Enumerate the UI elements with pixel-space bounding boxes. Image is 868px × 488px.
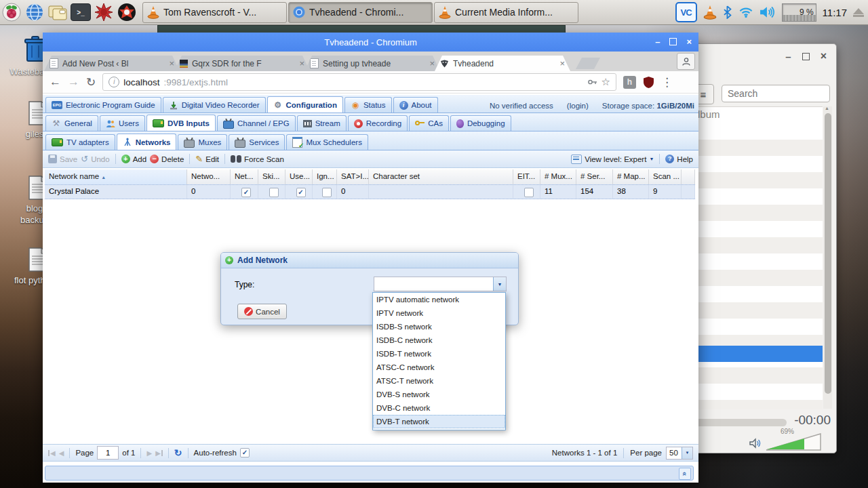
column-header[interactable]: Use... [285, 169, 313, 184]
menu-button[interactable] [1, 2, 22, 22]
delete-button[interactable]: − Delete [150, 155, 184, 163]
profile-button[interactable] [677, 53, 695, 70]
minimize-icon[interactable]: – [655, 37, 660, 47]
new-tab-button[interactable] [576, 58, 600, 69]
column-header[interactable]: Ign... [313, 169, 337, 184]
tab-channel-epg[interactable]: Channel / EPG [217, 115, 296, 131]
tab-tv-adapters[interactable]: TV adapters [45, 134, 115, 150]
per-page-select[interactable]: 50 ▼ [666, 447, 693, 460]
checkbox-checked[interactable]: ✓ [296, 188, 306, 197]
force-scan-button[interactable]: Force Scan [231, 155, 284, 163]
view-level-button[interactable]: View level: Expert ▼ [571, 155, 654, 164]
terminal-launcher[interactable]: >_ [71, 2, 91, 22]
tab-close-icon[interactable]: × [169, 58, 174, 68]
close-icon[interactable]: × [821, 50, 827, 62]
column-header[interactable]: Character set [369, 169, 513, 184]
column-header[interactable]: Net... [231, 169, 258, 184]
dropdown-item-iptv[interactable]: IPTV network [373, 306, 505, 320]
add-button[interactable]: + Add [121, 155, 146, 163]
dialog-header[interactable]: + Add Network [221, 253, 518, 268]
tab-configuration[interactable]: ⚙ Configuration [267, 96, 343, 113]
column-header[interactable]: Ski... [258, 169, 285, 184]
forward-button[interactable]: → [68, 75, 79, 89]
taskbar-window-vlc-2[interactable]: Current Media Inform... [434, 2, 578, 23]
tab-users[interactable]: Users [100, 115, 145, 131]
next-page-button[interactable]: ▶ [146, 449, 152, 457]
vlc-volume-slider[interactable] [766, 433, 821, 451]
combo-trigger-button[interactable]: ▼ [493, 277, 506, 291]
taskbar-window-chromium[interactable]: Tvheadend - Chromi... [288, 2, 433, 23]
browser-tab-gqrx[interactable]: Gqrx SDR for the F × [174, 56, 310, 71]
dropdown-item-isdb-c[interactable]: ISDB-C network [373, 333, 505, 347]
page-number-input[interactable] [97, 446, 119, 460]
bluetooth-icon[interactable] [723, 5, 732, 19]
expand-panel-button[interactable]: « [679, 468, 691, 480]
dropdown-item-dvb-t[interactable]: DVB-T network [373, 415, 505, 428]
vlc-progress-bar[interactable] [693, 419, 787, 426]
dropdown-item-iptv-automatic[interactable]: IPTV automatic network [373, 293, 505, 306]
browser-menu-icon[interactable]: ⋮ [661, 75, 673, 89]
checkbox-unchecked[interactable] [322, 188, 332, 197]
cancel-button[interactable]: Cancel [237, 304, 287, 319]
dropdown-item-atsc-t[interactable]: ATSC-T network [373, 374, 505, 388]
taskbar-window-vlc-1[interactable]: Tom Ravenscroft - V... [142, 2, 287, 23]
vlc-selected-row[interactable] [691, 346, 823, 362]
last-page-button[interactable]: ▶ [155, 449, 163, 457]
tab-close-icon[interactable]: × [299, 58, 304, 68]
per-page-trigger[interactable]: ▼ [682, 447, 692, 459]
column-header-network-name[interactable]: Network name ▲ [45, 169, 187, 184]
tab-debugging[interactable]: Debugging [450, 115, 511, 131]
dropdown-item-dvb-c[interactable]: DVB-C network [373, 401, 505, 415]
undo-button[interactable]: ↺ Undo [81, 154, 109, 164]
column-header[interactable]: Scan ... [649, 169, 682, 184]
tab-muxes[interactable]: Muxes [178, 134, 227, 150]
column-header[interactable]: # Map... [613, 169, 649, 184]
scrollbar-thumb[interactable] [825, 113, 831, 394]
tab-electronic-program-guide[interactable]: EPG Electronic Program Guide [45, 97, 161, 113]
tab-dvb-inputs[interactable]: DVB Inputs [146, 115, 216, 131]
eject-icon[interactable] [853, 8, 864, 17]
column-header[interactable]: Netwo... [187, 169, 231, 184]
page-info-icon[interactable]: i [108, 77, 119, 87]
close-icon[interactable]: × [686, 37, 692, 47]
checkbox-checked[interactable]: ✓ [241, 188, 251, 197]
dropdown-item-isdb-t[interactable]: ISDB-T network [373, 347, 505, 361]
web-browser-launcher[interactable] [24, 2, 45, 22]
vlc-tray-icon[interactable] [703, 5, 717, 20]
mathematica-launcher[interactable] [94, 2, 114, 22]
tab-recording[interactable]: Recording [348, 115, 408, 131]
vlc-search-input[interactable] [722, 85, 830, 102]
wolfram-launcher[interactable] [117, 2, 137, 22]
tab-cas[interactable]: CAs [409, 115, 449, 131]
tab-status[interactable]: ◉ Status [344, 97, 392, 113]
vlc-scrollbar[interactable]: ▲ [823, 106, 832, 409]
cpu-monitor[interactable]: 9 % [782, 3, 816, 22]
edit-button[interactable]: ✎ Edit [195, 154, 219, 164]
ublock-shield-icon[interactable] [643, 76, 654, 89]
minimize-icon[interactable]: – [785, 51, 791, 62]
vlc-media-list[interactable]: Album [691, 106, 823, 409]
tab-mux-schedulers[interactable]: ✓ Mux Schedulers [286, 134, 368, 150]
reload-button[interactable]: ↻ [86, 75, 96, 89]
checkbox-unchecked[interactable] [269, 188, 279, 197]
extension-h-icon[interactable]: h [623, 76, 636, 89]
tab-general[interactable]: ⚒ General [45, 115, 98, 131]
login-link[interactable]: (login) [567, 102, 589, 110]
tab-stream[interactable]: Stream [297, 115, 347, 131]
browser-tab-setting-up[interactable]: Setting up tvheade × [304, 56, 440, 71]
tab-networks[interactable]: Networks [117, 134, 177, 150]
tab-close-icon[interactable]: × [559, 58, 565, 68]
back-button[interactable]: ← [50, 75, 61, 89]
scroll-up-icon[interactable]: ▲ [825, 106, 829, 110]
tab-services[interactable]: Services [229, 134, 285, 150]
browser-tab-add-new-post[interactable]: Add New Post ‹ Bl × [44, 56, 180, 71]
auto-refresh-checkbox[interactable]: ✓ [240, 448, 250, 458]
dropdown-item-atsc-c[interactable]: ATSC-C network [373, 361, 505, 374]
prev-page-button[interactable]: ◀ [59, 449, 64, 457]
save-button[interactable]: Save [48, 155, 77, 163]
tab-close-icon[interactable]: × [429, 58, 435, 68]
column-header[interactable]: # Ser... [576, 169, 613, 184]
volume-icon[interactable] [760, 5, 776, 19]
table-row-crystal-palace[interactable]: Crystal Palace 0 ✓ ✓ 0 11 154 38 9 [45, 184, 695, 199]
tab-digital-video-recorder[interactable]: Digital Video Recorder [163, 97, 266, 113]
